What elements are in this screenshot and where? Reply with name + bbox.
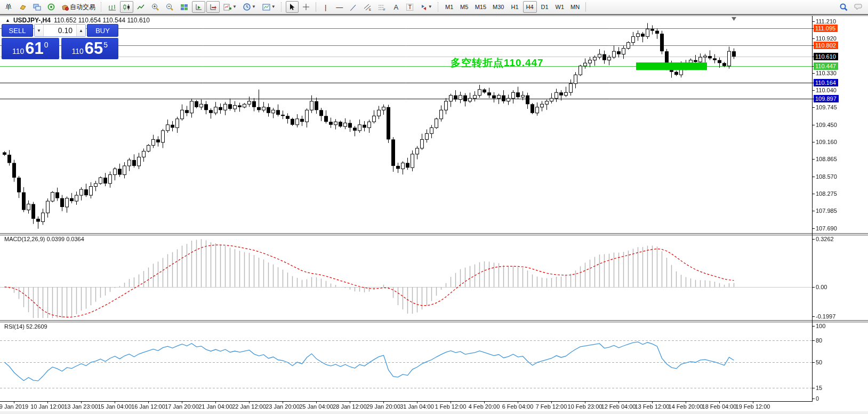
sell-price-box[interactable]: 110 61 0 — [2, 38, 59, 59]
indicators-button[interactable]: ▼ — [221, 1, 239, 13]
arrows-button[interactable]: ▼ — [417, 1, 435, 13]
buy-price-sup: 5 — [103, 41, 108, 49]
equidistant-channel-button[interactable]: E — [361, 1, 374, 13]
buy-price-big: 65 — [85, 39, 103, 58]
main-toolbar: 单 自动交易 ▼ ▼ ▼ — [0, 0, 868, 14]
buy-price-prefix: 110 — [71, 47, 83, 55]
timeframe-H4[interactable]: H4 — [523, 1, 537, 13]
cursor-button[interactable] — [286, 1, 299, 13]
fibonacci-icon: F — [378, 4, 386, 11]
autotrading-icon — [61, 4, 69, 11]
volume-spinner: ▼ 0.10 ▲ — [34, 24, 86, 37]
toolbar-separator — [316, 2, 316, 12]
timeframe-MN[interactable]: MN — [568, 1, 582, 13]
clock-icon — [243, 3, 251, 11]
arrows-caret-icon: ▼ — [428, 5, 432, 9]
templates-button[interactable]: ▼ — [260, 1, 278, 13]
timeframe-M1[interactable]: M1 — [443, 1, 456, 13]
indicators-caret-icon: ▼ — [232, 5, 237, 9]
charts-window-icon — [33, 4, 41, 11]
crosshair-button[interactable] — [300, 1, 312, 13]
chat-button[interactable] — [851, 1, 866, 13]
templates-icon — [262, 4, 270, 11]
timeframe-M15[interactable]: M15 — [472, 1, 489, 13]
volume-decrease-button[interactable]: ▼ — [35, 25, 44, 36]
chart-shift-icon — [195, 4, 203, 11]
periods-caret-icon: ▼ — [252, 5, 256, 9]
new-order-button[interactable]: 单 — [2, 1, 15, 13]
toolbar-grip — [438, 2, 440, 12]
line-chart-icon — [137, 4, 145, 11]
svg-text:E: E — [369, 8, 371, 11]
buy-price-box[interactable]: 110 65 5 — [61, 38, 119, 59]
trendline-icon: ／ — [350, 4, 357, 11]
zoom-in-button[interactable] — [149, 1, 162, 13]
toolbar-separator — [585, 2, 586, 12]
text-label-button[interactable]: T — [404, 1, 416, 13]
timeframe-group: M1M5M15M30H1H4D1W1MN — [443, 1, 582, 13]
bar-chart-icon — [108, 4, 116, 11]
channel-icon: E — [364, 4, 372, 11]
crosshair-icon — [302, 3, 310, 11]
buy-button[interactable]: BUY — [87, 24, 118, 37]
zoom-out-button[interactable] — [163, 1, 176, 13]
templates-caret-icon: ▼ — [271, 5, 276, 9]
search-button[interactable] — [837, 1, 850, 13]
timeframe-M5[interactable]: M5 — [457, 1, 471, 13]
horizontal-line-icon: — — [336, 4, 343, 11]
svg-text:F: F — [383, 8, 385, 11]
chart-shift-button[interactable] — [192, 1, 205, 13]
tile-windows-button[interactable] — [178, 1, 191, 13]
arrows-icon — [420, 4, 427, 11]
timeframe-W1[interactable]: W1 — [553, 1, 567, 13]
autotrading-label: 自动交易 — [70, 3, 95, 12]
volume-input[interactable]: 0.10 — [44, 25, 76, 36]
auto-scroll-icon — [209, 4, 217, 11]
candlestick-chart-icon — [123, 4, 131, 11]
text-label-icon: T — [406, 4, 413, 11]
charts-window-icon[interactable] — [30, 1, 44, 13]
bar-chart-button[interactable] — [106, 1, 119, 13]
timeframe-D1[interactable]: D1 — [538, 1, 552, 13]
signal-icon[interactable] — [45, 1, 58, 13]
fibonacci-button[interactable]: F — [375, 1, 389, 13]
toolbar-grip — [281, 2, 283, 12]
sell-button[interactable]: SELL — [2, 24, 33, 37]
trendline-button[interactable]: ／ — [347, 1, 360, 13]
timeframe-M30[interactable]: M30 — [490, 1, 507, 13]
text-button[interactable]: A — [390, 1, 403, 13]
cursor-icon — [288, 3, 295, 11]
line-chart-button[interactable] — [134, 1, 148, 13]
vertical-line-button[interactable]: | — [319, 1, 332, 13]
autotrading-button[interactable]: 自动交易 — [59, 1, 98, 13]
sell-price-sup: 0 — [44, 41, 49, 49]
zoom-out-icon — [166, 3, 174, 11]
periods-button[interactable]: ▼ — [240, 1, 259, 13]
gold-icon — [19, 4, 27, 11]
timeframe-H1[interactable]: H1 — [508, 1, 522, 13]
auto-scroll-button[interactable] — [206, 1, 220, 13]
sell-price-big: 61 — [25, 39, 43, 58]
zoom-in-icon — [151, 3, 159, 11]
chart-window: ▲ USDJPY-,H4 110.652 110.654 110.544 110… — [0, 14, 868, 414]
price-chart-canvas[interactable] — [0, 14, 868, 414]
candlestick-chart-button[interactable] — [120, 1, 133, 13]
tile-windows-icon — [180, 4, 188, 11]
gold-icon[interactable] — [16, 1, 29, 13]
indicators-icon — [223, 4, 231, 11]
vertical-line-icon: | — [325, 4, 326, 11]
sell-price-prefix: 110 — [12, 47, 24, 55]
signal-icon — [47, 3, 55, 11]
horizontal-line-button[interactable]: — — [333, 1, 346, 13]
chat-bubble-icon — [854, 3, 863, 11]
toolbar-grip — [101, 2, 103, 12]
one-click-trading-panel: SELL ▼ 0.10 ▲ BUY 110 61 0 110 65 5 — [2, 24, 118, 59]
volume-increase-button[interactable]: ▲ — [76, 25, 85, 36]
search-icon — [840, 3, 848, 11]
text-icon: A — [393, 4, 398, 11]
